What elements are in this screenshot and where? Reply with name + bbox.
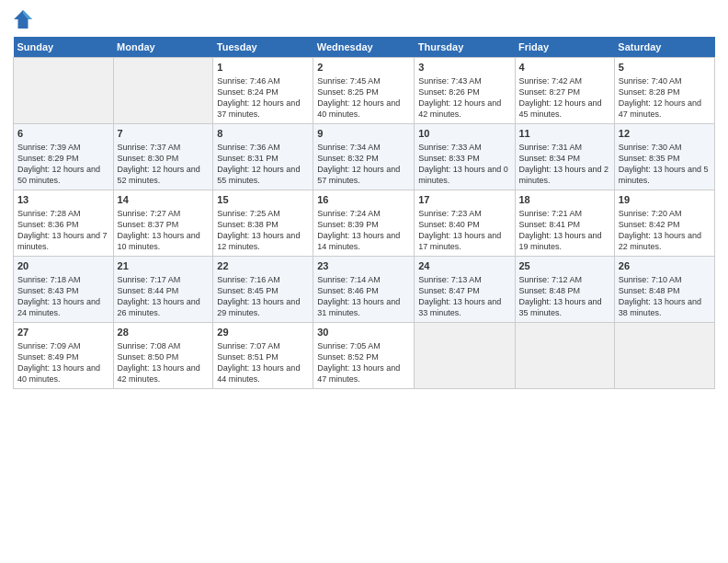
header-row: SundayMondayTuesdayWednesdayThursdayFrid… — [14, 37, 715, 58]
day-number: 28 — [118, 326, 210, 339]
day-number: 20 — [17, 259, 109, 273]
day-number: 5 — [619, 61, 711, 75]
calendar-cell: 22Sunrise: 7:16 AM Sunset: 8:45 PM Dayli… — [213, 257, 313, 323]
day-number: 19 — [619, 193, 711, 207]
day-number: 25 — [519, 259, 610, 273]
day-number: 24 — [418, 259, 510, 273]
day-number: 17 — [418, 193, 510, 207]
day-info: Sunrise: 7:14 AM Sunset: 8:46 PM Dayligh… — [317, 274, 410, 319]
logo-icon — [13, 9, 33, 29]
calendar-cell: 29Sunrise: 7:07 AM Sunset: 8:51 PM Dayli… — [213, 323, 313, 389]
day-info: Sunrise: 7:12 AM Sunset: 8:48 PM Dayligh… — [519, 274, 610, 319]
day-number: 4 — [519, 61, 610, 75]
day-info: Sunrise: 7:33 AM Sunset: 8:33 PM Dayligh… — [418, 142, 510, 187]
day-number: 29 — [217, 326, 309, 339]
day-number: 1 — [217, 61, 309, 75]
day-info: Sunrise: 7:45 AM Sunset: 8:25 PM Dayligh… — [317, 75, 410, 121]
calendar-cell — [14, 58, 114, 124]
calendar-cell: 30Sunrise: 7:05 AM Sunset: 8:52 PM Dayli… — [313, 323, 415, 389]
calendar-cell: 12Sunrise: 7:30 AM Sunset: 8:35 PM Dayli… — [614, 124, 714, 190]
day-info: Sunrise: 7:25 AM Sunset: 8:38 PM Dayligh… — [217, 208, 309, 253]
calendar-cell: 8Sunrise: 7:36 AM Sunset: 8:31 PM Daylig… — [213, 124, 313, 190]
day-info: Sunrise: 7:36 AM Sunset: 8:31 PM Dayligh… — [217, 142, 309, 187]
calendar-cell: 1Sunrise: 7:46 AM Sunset: 8:24 PM Daylig… — [213, 58, 313, 124]
day-number: 9 — [317, 127, 410, 141]
week-row-2: 6Sunrise: 7:39 AM Sunset: 8:29 PM Daylig… — [14, 124, 715, 190]
calendar-cell: 2Sunrise: 7:45 AM Sunset: 8:25 PM Daylig… — [313, 58, 415, 124]
header — [13, 9, 715, 29]
calendar-cell: 28Sunrise: 7:08 AM Sunset: 8:50 PM Dayli… — [113, 323, 213, 389]
day-number: 12 — [619, 127, 711, 141]
calendar-cell: 7Sunrise: 7:37 AM Sunset: 8:30 PM Daylig… — [113, 124, 213, 190]
day-info: Sunrise: 7:30 AM Sunset: 8:35 PM Dayligh… — [619, 142, 711, 187]
calendar-cell: 10Sunrise: 7:33 AM Sunset: 8:33 PM Dayli… — [415, 124, 515, 190]
calendar-cell: 14Sunrise: 7:27 AM Sunset: 8:37 PM Dayli… — [113, 190, 213, 257]
day-info: Sunrise: 7:39 AM Sunset: 8:29 PM Dayligh… — [17, 142, 109, 187]
day-info: Sunrise: 7:23 AM Sunset: 8:40 PM Dayligh… — [418, 208, 510, 253]
calendar-cell: 5Sunrise: 7:40 AM Sunset: 8:28 PM Daylig… — [614, 58, 714, 124]
day-number: 11 — [519, 127, 610, 141]
day-number: 15 — [217, 193, 309, 207]
day-info: Sunrise: 7:24 AM Sunset: 8:39 PM Dayligh… — [317, 208, 410, 253]
day-number: 30 — [317, 326, 410, 339]
day-info: Sunrise: 7:18 AM Sunset: 8:43 PM Dayligh… — [17, 274, 109, 319]
day-number: 16 — [317, 193, 410, 207]
week-row-1: 1Sunrise: 7:46 AM Sunset: 8:24 PM Daylig… — [14, 58, 715, 124]
day-info: Sunrise: 7:13 AM Sunset: 8:47 PM Dayligh… — [418, 274, 510, 319]
calendar-cell: 20Sunrise: 7:18 AM Sunset: 8:43 PM Dayli… — [14, 257, 114, 323]
day-info: Sunrise: 7:10 AM Sunset: 8:48 PM Dayligh… — [619, 274, 711, 319]
week-row-5: 27Sunrise: 7:09 AM Sunset: 8:49 PM Dayli… — [14, 323, 715, 389]
calendar-cell: 21Sunrise: 7:17 AM Sunset: 8:44 PM Dayli… — [113, 257, 213, 323]
day-info: Sunrise: 7:20 AM Sunset: 8:42 PM Dayligh… — [619, 208, 711, 253]
week-row-3: 13Sunrise: 7:28 AM Sunset: 8:36 PM Dayli… — [14, 190, 715, 257]
logo — [13, 9, 35, 29]
col-header-tuesday: Tuesday — [213, 37, 313, 58]
day-number: 2 — [317, 61, 410, 75]
day-info: Sunrise: 7:21 AM Sunset: 8:41 PM Dayligh… — [519, 208, 610, 253]
day-info: Sunrise: 7:07 AM Sunset: 8:51 PM Dayligh… — [217, 340, 309, 385]
day-number: 27 — [17, 326, 109, 339]
day-info: Sunrise: 7:27 AM Sunset: 8:37 PM Dayligh… — [118, 208, 210, 253]
day-number: 23 — [317, 259, 410, 273]
day-number: 21 — [118, 259, 210, 273]
calendar-cell — [415, 323, 515, 389]
day-info: Sunrise: 7:05 AM Sunset: 8:52 PM Dayligh… — [317, 340, 410, 385]
calendar-cell: 6Sunrise: 7:39 AM Sunset: 8:29 PM Daylig… — [14, 124, 114, 190]
calendar-cell: 17Sunrise: 7:23 AM Sunset: 8:40 PM Dayli… — [415, 190, 515, 257]
calendar-cell: 3Sunrise: 7:43 AM Sunset: 8:26 PM Daylig… — [415, 58, 515, 124]
calendar-cell — [113, 58, 213, 124]
col-header-wednesday: Wednesday — [313, 37, 415, 58]
day-info: Sunrise: 7:42 AM Sunset: 8:27 PM Dayligh… — [519, 75, 610, 121]
day-number: 6 — [17, 127, 109, 141]
calendar-cell: 9Sunrise: 7:34 AM Sunset: 8:32 PM Daylig… — [313, 124, 415, 190]
day-number: 22 — [217, 259, 309, 273]
page: SundayMondayTuesdayWednesdayThursdayFrid… — [0, 0, 728, 563]
calendar-cell: 24Sunrise: 7:13 AM Sunset: 8:47 PM Dayli… — [415, 257, 515, 323]
day-info: Sunrise: 7:31 AM Sunset: 8:34 PM Dayligh… — [519, 142, 610, 187]
calendar-cell: 25Sunrise: 7:12 AM Sunset: 8:48 PM Dayli… — [515, 257, 614, 323]
col-header-friday: Friday — [515, 37, 614, 58]
day-info: Sunrise: 7:28 AM Sunset: 8:36 PM Dayligh… — [17, 208, 109, 253]
day-info: Sunrise: 7:40 AM Sunset: 8:28 PM Dayligh… — [619, 75, 711, 121]
calendar-table: SundayMondayTuesdayWednesdayThursdayFrid… — [13, 37, 715, 389]
col-header-thursday: Thursday — [415, 37, 515, 58]
day-number: 3 — [418, 61, 510, 75]
day-info: Sunrise: 7:34 AM Sunset: 8:32 PM Dayligh… — [317, 142, 410, 187]
day-number: 13 — [17, 193, 109, 207]
calendar-cell: 16Sunrise: 7:24 AM Sunset: 8:39 PM Dayli… — [313, 190, 415, 257]
col-header-sunday: Sunday — [14, 37, 114, 58]
calendar-cell — [614, 323, 714, 389]
calendar-cell — [515, 323, 614, 389]
calendar-cell: 13Sunrise: 7:28 AM Sunset: 8:36 PM Dayli… — [14, 190, 114, 257]
day-info: Sunrise: 7:43 AM Sunset: 8:26 PM Dayligh… — [418, 75, 510, 121]
day-info: Sunrise: 7:09 AM Sunset: 8:49 PM Dayligh… — [17, 340, 109, 385]
day-number: 8 — [217, 127, 309, 141]
week-row-4: 20Sunrise: 7:18 AM Sunset: 8:43 PM Dayli… — [14, 257, 715, 323]
day-info: Sunrise: 7:46 AM Sunset: 8:24 PM Dayligh… — [217, 75, 309, 121]
calendar-cell: 11Sunrise: 7:31 AM Sunset: 8:34 PM Dayli… — [515, 124, 614, 190]
day-number: 10 — [418, 127, 510, 141]
day-number: 26 — [619, 259, 711, 273]
col-header-saturday: Saturday — [614, 37, 714, 58]
day-number: 14 — [118, 193, 210, 207]
calendar-cell: 19Sunrise: 7:20 AM Sunset: 8:42 PM Dayli… — [614, 190, 714, 257]
